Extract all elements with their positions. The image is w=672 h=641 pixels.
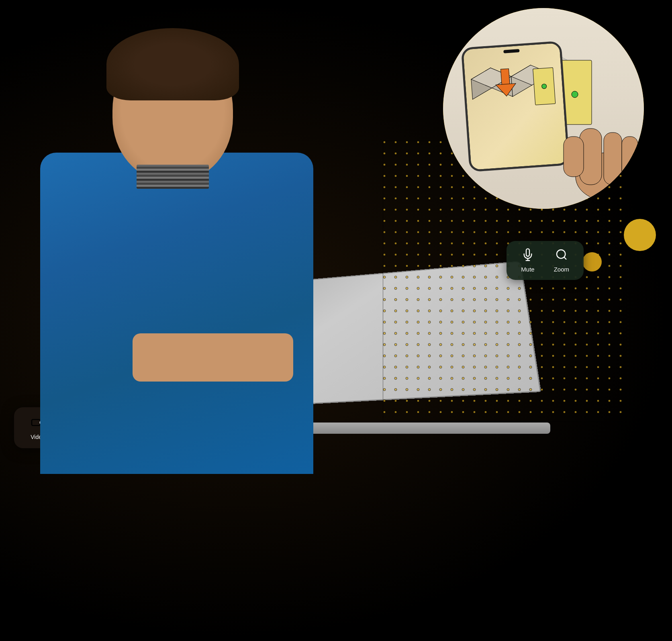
mute-control[interactable]: Mute	[521, 248, 534, 273]
svg-rect-28	[622, 137, 638, 181]
svg-rect-34	[32, 420, 40, 426]
yellow-dot-small	[582, 252, 602, 272]
mute-zoom-bar[interactable]: Mute Zoom	[507, 241, 584, 280]
hand	[556, 96, 644, 197]
ar-preview-circle	[443, 8, 644, 209]
phone-frame	[461, 41, 570, 172]
mute-icon	[521, 248, 534, 263]
svg-rect-29	[564, 137, 584, 177]
svg-point-32	[557, 250, 565, 258]
zoom-label: Zoom	[554, 266, 569, 273]
person-hair	[106, 28, 239, 100]
mute-label: Mute	[521, 266, 534, 273]
person-body	[40, 153, 313, 474]
phone-screen-content	[463, 43, 568, 170]
yellow-dot-large	[624, 219, 656, 251]
svg-line-33	[564, 257, 566, 259]
svg-rect-27	[604, 133, 622, 185]
svg-rect-21	[500, 69, 510, 86]
svg-point-24	[541, 84, 547, 89]
zoom-control[interactable]: Zoom	[554, 248, 569, 273]
person-shirt	[137, 165, 209, 189]
person-hands	[133, 333, 293, 382]
zoom-icon	[555, 248, 568, 263]
main-container: Mute Zoom Video	[0, 0, 672, 641]
